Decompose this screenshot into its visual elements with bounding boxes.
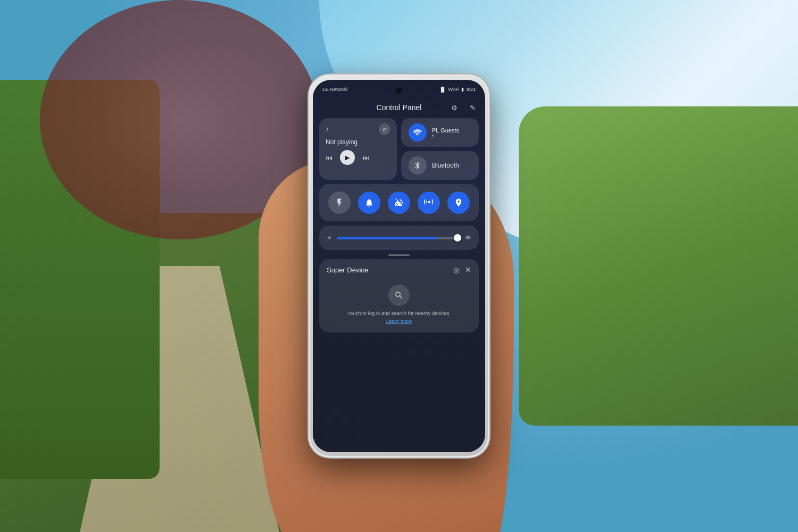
brightness-slider[interactable]	[337, 237, 459, 239]
front-camera	[396, 87, 402, 94]
super-device-header-icons: ◎ ✕	[453, 265, 471, 274]
control-panel-title-icons: ⚙ ✎	[448, 101, 479, 114]
settings-button[interactable]: ⚙	[448, 101, 461, 114]
wifi-status-icon: Wi-Fi	[448, 87, 459, 92]
nfc-toggle[interactable]	[418, 192, 440, 214]
super-device-title: Super Device	[327, 266, 368, 274]
brightness-row: ☀ ☀	[319, 226, 479, 250]
right-tiles: PL Guests ▾ Bluetooth	[401, 118, 479, 180]
control-panel-title-row: Control Panel ⚙ ✎	[319, 103, 479, 112]
battery-icon: ▮	[461, 87, 464, 92]
media-tile[interactable]: ♪ ⊙ Not playing ⏮ ▶ ⏭	[319, 118, 397, 180]
prev-button[interactable]: ⏮	[326, 154, 332, 162]
phone-frame: EE Network ▐▌ Wi-Fi ▮ 9:21 Control Panel…	[309, 74, 489, 458]
brightness-min-icon: ☀	[327, 235, 332, 242]
wifi-icon	[409, 123, 427, 142]
flashlight-toggle[interactable]	[328, 192, 351, 214]
brightness-fill	[337, 237, 437, 239]
super-device-panel: Super Device ◎ ✕ Touch to log in and sea…	[319, 259, 479, 332]
wifi-expand-icon: ▾	[432, 134, 459, 138]
top-tiles: ♪ ⊙ Not playing ⏮ ▶ ⏭	[319, 118, 479, 180]
super-device-close-button[interactable]: ✕	[465, 265, 471, 274]
bluetooth-label: Bluetooth	[432, 162, 459, 169]
play-button[interactable]: ▶	[340, 150, 355, 165]
media-controls: ⏮ ▶ ⏭	[326, 150, 390, 165]
time-label: 9:21	[466, 87, 476, 92]
carrier-label: EE Network	[322, 87, 348, 92]
super-device-desc: Touch to log in and search for nearby de…	[347, 310, 451, 316]
not-playing-label: Not playing	[326, 138, 390, 146]
location-toggle[interactable]	[447, 192, 470, 214]
super-device-search-area[interactable]: Touch to log in and search for nearby de…	[327, 280, 471, 326]
status-icons: ▐▌ Wi-Fi ▮ 9:21	[439, 87, 476, 92]
learn-more-link[interactable]: Learn more	[386, 318, 412, 324]
wifi-info: PL Guests ▾	[432, 127, 459, 138]
wifi-network-name: PL Guests	[432, 127, 459, 134]
search-circle-button[interactable]	[388, 285, 410, 306]
next-button[interactable]: ⏭	[362, 154, 369, 162]
bluetooth-tile[interactable]: Bluetooth	[401, 151, 479, 180]
quick-toggles	[319, 184, 479, 221]
divider	[388, 254, 410, 256]
brightness-max-icon: ☀	[464, 233, 471, 243]
bell-toggle[interactable]	[358, 192, 380, 214]
edit-button[interactable]: ✎	[466, 101, 479, 114]
mute-toggle[interactable]	[388, 192, 410, 214]
phone-screen: EE Network ▐▌ Wi-Fi ▮ 9:21 Control Panel…	[313, 80, 485, 452]
signal-icon: ▐▌	[439, 87, 446, 92]
trees-right	[519, 106, 798, 426]
cast-icon[interactable]: ⊙	[379, 123, 390, 135]
control-panel-title: Control Panel	[377, 103, 422, 112]
brightness-thumb[interactable]	[454, 234, 461, 242]
control-panel: Control Panel ⚙ ✎ ♪ ⊙ Not playing ⏮	[313, 99, 485, 337]
bluetooth-icon	[409, 156, 427, 174]
media-tile-top: ♪ ⊙	[326, 123, 390, 135]
super-device-header: Super Device ◎ ✕	[327, 265, 471, 274]
super-device-settings-icon[interactable]: ◎	[453, 265, 460, 274]
music-icon: ♪	[326, 126, 329, 133]
wifi-tile[interactable]: PL Guests ▾	[401, 118, 479, 147]
